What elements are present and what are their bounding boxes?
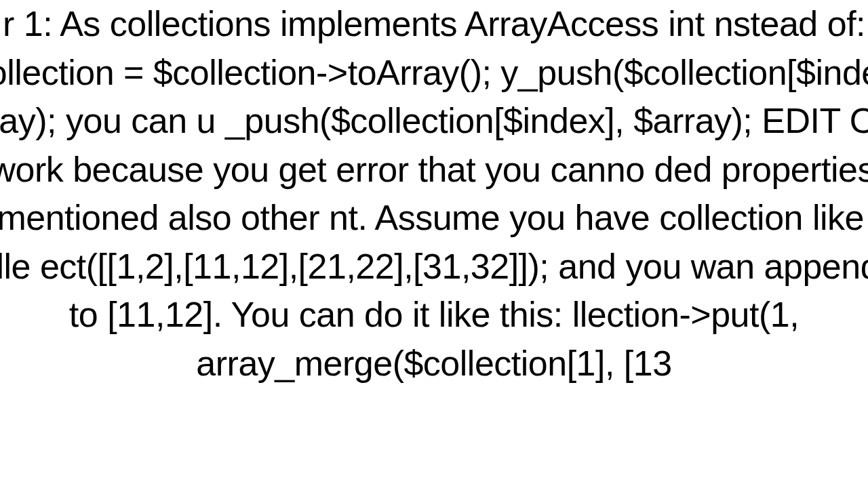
answer-body-text: r 1: As collections implements ArrayAcce… xyxy=(0,0,868,388)
